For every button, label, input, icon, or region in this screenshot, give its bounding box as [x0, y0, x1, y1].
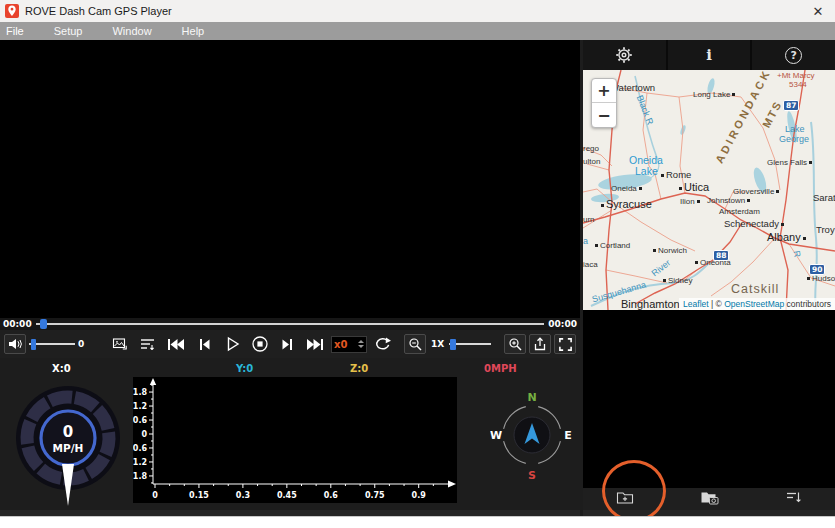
stop-icon: [251, 335, 269, 353]
settings-button[interactable]: [583, 40, 668, 70]
info-icon: i: [706, 46, 712, 64]
help-button[interactable]: ?: [752, 40, 835, 70]
map-label: Lake: [635, 165, 658, 177]
spin-down-icon[interactable]: [358, 345, 364, 348]
playback-controls: 0: [0, 330, 580, 358]
zoom-handle[interactable]: [450, 339, 456, 350]
interstate-shield: 87: [783, 100, 799, 111]
graph-zoom-out-button[interactable]: [404, 334, 426, 354]
zoom-slider[interactable]: [449, 337, 491, 351]
svg-text:0.9: 0.9: [412, 491, 427, 500]
speaker-icon: [7, 336, 23, 352]
map-label: Amsterdam: [719, 207, 760, 216]
compass-north: N: [527, 391, 536, 404]
menu-window[interactable]: Window: [112, 25, 151, 37]
folder-plus-icon: [616, 490, 634, 505]
video-display[interactable]: [0, 40, 580, 318]
telemetry-dashboard: X:0 Y:0 Z:0 0MPH 0 MP/H 1.81.20.60-0.6-: [0, 358, 580, 510]
snapshot-folder-button[interactable]: [700, 490, 719, 509]
loop-icon: [374, 336, 392, 352]
svg-text:0.6: 0.6: [133, 416, 147, 425]
list-download-icon: [785, 490, 802, 505]
map-label: Sidney: [661, 276, 692, 285]
fullscreen-icon: [558, 337, 573, 352]
next-frame-button[interactable]: [275, 333, 300, 355]
map-label: Cortland: [593, 241, 630, 250]
info-button[interactable]: i: [668, 40, 753, 70]
seek-bar[interactable]: [36, 318, 545, 330]
map-label: Schenectady: [724, 218, 786, 229]
map-attribution: Leaflet | © OpenStreetMap contributors: [679, 298, 835, 310]
osm-link[interactable]: OpenStreetMap: [724, 299, 784, 309]
export-button[interactable]: [529, 334, 551, 354]
accel-x-label: X:0: [52, 363, 71, 374]
app-logo-pin-icon: [5, 4, 19, 18]
volume-handle[interactable]: [31, 339, 36, 350]
svg-text:-0.6: -0.6: [133, 444, 147, 453]
map-label: Binghamton: [621, 298, 680, 310]
compass: N S W E: [490, 373, 574, 497]
svg-text:0: 0: [141, 430, 147, 439]
seek-handle[interactable]: [40, 319, 47, 329]
stop-button[interactable]: [247, 333, 272, 355]
map-label: Utica: [677, 181, 709, 193]
right-toolbar: i ?: [583, 40, 835, 70]
elapsed-time: 00:00: [3, 319, 32, 329]
compass-west: W: [490, 429, 502, 442]
leaflet-link[interactable]: Leaflet: [683, 299, 709, 309]
map-label: Catskill: [731, 282, 779, 296]
file-list-area[interactable]: [583, 310, 835, 488]
mute-button[interactable]: [4, 334, 26, 354]
skip-to-end-button[interactable]: [303, 333, 328, 355]
menu-help[interactable]: Help: [182, 25, 205, 37]
map-label: Ilion: [680, 197, 702, 206]
map-label: Johnstown: [707, 196, 752, 205]
close-button[interactable]: ✕: [801, 0, 835, 22]
gauge-unit: MP/H: [53, 442, 84, 454]
playlist-button[interactable]: [135, 333, 160, 355]
svg-text:0.3: 0.3: [236, 491, 250, 500]
play-button[interactable]: [219, 333, 244, 355]
prev-frame-icon: [196, 337, 212, 352]
volume-slider[interactable]: [29, 337, 75, 351]
export-list-button[interactable]: [785, 490, 802, 509]
map-label: Long Lake: [693, 90, 737, 99]
svg-text:0.75: 0.75: [365, 491, 385, 500]
svg-text:0: 0: [152, 491, 158, 500]
map-label: 5344: [789, 80, 807, 89]
open-folder-button[interactable]: [616, 490, 634, 509]
skip-to-start-button[interactable]: [163, 333, 188, 355]
skip-end-icon: [306, 337, 325, 352]
loop-button[interactable]: [370, 333, 395, 355]
previous-frame-button[interactable]: [191, 333, 216, 355]
map-label: Norwich: [651, 246, 687, 255]
skip-start-icon: [166, 337, 185, 352]
help-icon: ?: [785, 47, 802, 64]
svg-text:0.15: 0.15: [189, 491, 209, 500]
gps-map[interactable]: WatertownLong LakeADIRONDACKMTS+Mt Marcy…: [583, 70, 835, 310]
snapshot-button[interactable]: [107, 333, 132, 355]
map-zoom-out-button[interactable]: −: [592, 103, 616, 127]
playlist-icon: [139, 336, 156, 352]
magnifier-minus-icon: [408, 337, 423, 352]
menu-file[interactable]: File: [6, 25, 24, 37]
window-title: ROVE Dash Cam GPS Player: [25, 5, 172, 17]
gauge-value: 0: [63, 423, 73, 441]
map-label: Rome: [659, 169, 691, 180]
speed-multiplier-spinner[interactable]: x0: [331, 336, 367, 353]
map-label: +Mt Marcy: [777, 71, 815, 80]
map-label: ulton: [583, 157, 600, 166]
svg-text:-1.2: -1.2: [133, 458, 147, 467]
svg-text:1.2: 1.2: [133, 402, 147, 411]
map-zoom-control: + −: [591, 78, 617, 128]
map-label: Albany: [767, 231, 808, 243]
spinner-arrows[interactable]: [358, 340, 364, 348]
seek-track[interactable]: [36, 323, 545, 325]
zoom-level-value: 1X: [431, 339, 444, 349]
map-zoom-in-button[interactable]: +: [592, 79, 616, 103]
menu-setup[interactable]: Setup: [54, 25, 83, 37]
fullscreen-button[interactable]: [554, 334, 576, 354]
video-zoom-in-button[interactable]: [504, 334, 526, 354]
timeline-bar: 00:00 00:00: [0, 318, 580, 330]
spin-up-icon[interactable]: [358, 340, 364, 343]
